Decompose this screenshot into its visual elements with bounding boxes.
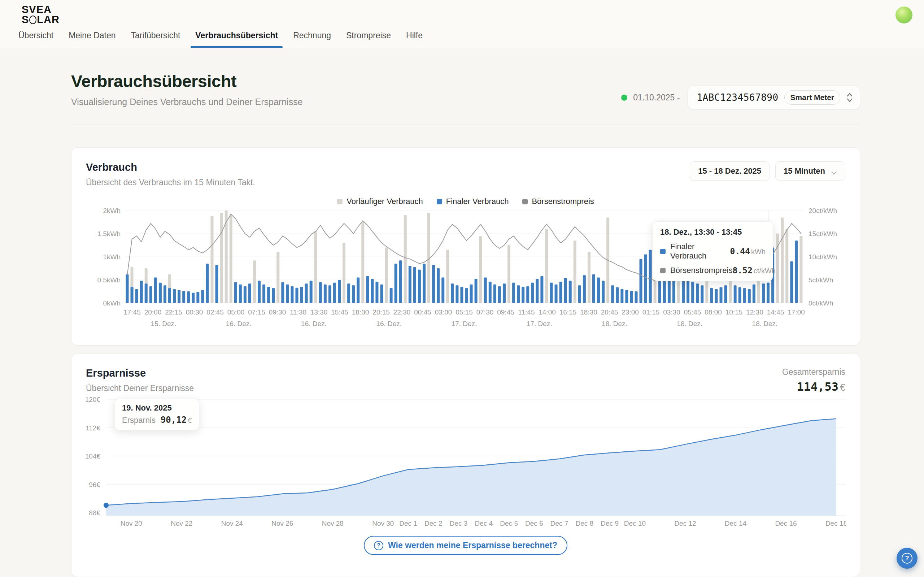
svg-text:08:00: 08:00 xyxy=(705,308,722,316)
svg-text:14:00: 14:00 xyxy=(538,308,556,316)
main-content: Verbrauchsübersicht Visualisierung Deine… xyxy=(0,48,924,577)
svg-text:16. Dez.: 16. Dez. xyxy=(301,320,327,327)
svg-text:05:45: 05:45 xyxy=(684,308,701,316)
svg-text:15ct/kWh: 15ct/kWh xyxy=(808,230,837,238)
svg-text:09:45: 09:45 xyxy=(497,308,514,316)
svg-text:22:30: 22:30 xyxy=(394,308,411,316)
svg-text:Dec 3: Dec 3 xyxy=(450,520,468,527)
page-subtitle: Visualisierung Deines Verbrauchs und Dei… xyxy=(71,97,303,107)
svg-text:Dec 10: Dec 10 xyxy=(624,520,646,527)
svg-text:02:45: 02:45 xyxy=(206,308,224,316)
legend-item-2: Finaler Verbrauch xyxy=(437,197,509,206)
svg-text:1kWh: 1kWh xyxy=(103,253,121,261)
svg-text:18:00: 18:00 xyxy=(352,308,369,316)
svg-text:14:45: 14:45 xyxy=(767,308,784,316)
header-divider xyxy=(71,124,860,125)
svg-text:05:00: 05:00 xyxy=(227,308,245,316)
svg-text:13:30: 13:30 xyxy=(310,308,328,316)
svg-text:Nov 26: Nov 26 xyxy=(272,520,293,527)
svg-text:Dec 14: Dec 14 xyxy=(725,520,747,527)
brand-logo[interactable]: SVEA SLAR xyxy=(22,4,59,25)
meter-select[interactable]: 1ABC1234567890 Smart Meter xyxy=(688,85,860,110)
svg-text:15:45: 15:45 xyxy=(331,308,348,316)
svg-text:Nov 24: Nov 24 xyxy=(221,520,243,527)
svg-text:17:00: 17:00 xyxy=(787,308,805,316)
chevron-updown-icon xyxy=(846,92,853,103)
svg-text:07:30: 07:30 xyxy=(476,308,494,316)
legend-item-1: Vorläufiger Verbrauch xyxy=(337,197,423,206)
svg-text:09:30: 09:30 xyxy=(269,308,286,316)
savings-tooltip: 19. Nov. 2025 Ersparnis90,12€ xyxy=(114,399,199,430)
svg-text:20:45: 20:45 xyxy=(601,308,618,316)
interval-dropdown[interactable]: 15 Minuten xyxy=(775,161,845,181)
nav-item-7[interactable]: Hilfe xyxy=(399,31,430,48)
nav-item-4[interactable]: Verbrauchsübersicht xyxy=(188,31,286,48)
svg-text:15. Dez.: 15. Dez. xyxy=(151,320,177,327)
svg-text:Nov 28: Nov 28 xyxy=(322,520,344,527)
consumption-card: Verbrauch Übersicht des Verbrauchs im 15… xyxy=(71,147,860,345)
avatar[interactable] xyxy=(895,6,913,24)
svg-text:18:30: 18:30 xyxy=(580,308,597,316)
date-range-picker[interactable]: 15 - 18 Dez. 2025 xyxy=(690,161,770,181)
svg-text:16. Dez.: 16. Dez. xyxy=(376,320,402,327)
svg-text:96€: 96€ xyxy=(89,481,100,488)
meter-type-badge: Smart Meter xyxy=(784,90,840,105)
consumption-chart[interactable]: 0kWh0ct/kWh0.5kWh5ct/kWh1kWh10ct/kWh1.5k… xyxy=(86,208,845,334)
legend-swatch-icon xyxy=(522,199,528,205)
svg-text:Dec 9: Dec 9 xyxy=(601,520,619,527)
svg-text:05:15: 05:15 xyxy=(455,308,473,316)
svg-text:Dec 18: Dec 18 xyxy=(826,520,846,527)
brand-line-2: SLAR xyxy=(22,15,59,24)
consumption-tooltip: 18. Dez., 13:30 - 13:45 Finaler Verbrauc… xyxy=(652,221,773,281)
tooltip-title: 18. Dez., 13:30 - 13:45 xyxy=(660,227,765,237)
page-header: Verbrauchsübersicht Visualisierung Deine… xyxy=(71,71,860,107)
consumption-subtitle: Übersicht des Verbrauchs im 15 Minuten T… xyxy=(86,178,255,187)
svg-text:Dec 8: Dec 8 xyxy=(576,520,594,527)
status-dot xyxy=(621,95,627,101)
svg-text:17. Dez.: 17. Dez. xyxy=(527,320,552,327)
svg-text:22:15: 22:15 xyxy=(165,308,182,316)
svg-text:88€: 88€ xyxy=(89,509,100,517)
svg-text:12:30: 12:30 xyxy=(746,308,763,316)
savings-chart[interactable]: 88€96€104€112€120€Nov 20Nov 22Nov 24Nov … xyxy=(86,396,845,531)
svg-text:07:15: 07:15 xyxy=(248,308,265,316)
consumption-legend: Vorläufiger VerbrauchFinaler VerbrauchBö… xyxy=(86,197,845,206)
meter-selector-row: 01.10.2025 - 1ABC1234567890 Smart Meter xyxy=(621,85,860,110)
svg-text:0kWh: 0kWh xyxy=(103,299,121,307)
svg-text:0ct/kWh: 0ct/kWh xyxy=(808,299,833,307)
nav-item-5[interactable]: Rechnung xyxy=(286,31,339,48)
main-nav: ÜbersichtMeine DatenTarifübersichtVerbra… xyxy=(11,31,430,48)
svg-text:Nov 22: Nov 22 xyxy=(171,520,192,527)
svg-text:Dec 5: Dec 5 xyxy=(500,520,518,527)
svg-text:104€: 104€ xyxy=(86,453,100,460)
legend-item-3: Börsenstrompreis xyxy=(522,197,594,206)
svg-text:20:15: 20:15 xyxy=(373,308,390,316)
svg-text:16. Dez.: 16. Dez. xyxy=(226,320,252,327)
svg-text:Dec 16: Dec 16 xyxy=(775,520,797,527)
savings-info-button[interactable]: ? Wie werden meine Ersparnisse berechnet… xyxy=(364,536,567,555)
nav-item-2[interactable]: Meine Daten xyxy=(61,31,123,48)
svg-text:18. Dez.: 18. Dez. xyxy=(752,320,778,327)
help-fab[interactable]: ? xyxy=(897,548,918,569)
total-savings: Gesamtersparnis 114,53€ xyxy=(782,367,845,393)
svg-text:00:45: 00:45 xyxy=(414,308,431,316)
nav-item-3[interactable]: Tarifübersicht xyxy=(124,31,188,48)
svg-text:16:15: 16:15 xyxy=(559,308,577,316)
contract-start-date: 01.10.2025 - xyxy=(633,93,680,103)
savings-subtitle: Übersicht Deiner Ersparnisse xyxy=(86,384,194,393)
savings-title: Ersparnisse xyxy=(86,367,194,379)
brand-line-1: SVEA xyxy=(22,4,59,15)
svg-text:Nov 30: Nov 30 xyxy=(372,520,394,527)
nav-item-1[interactable]: Übersicht xyxy=(11,31,61,48)
legend-swatch-gray xyxy=(660,268,665,273)
nav-item-6[interactable]: Strompreise xyxy=(339,31,399,48)
svg-text:20ct/kWh: 20ct/kWh xyxy=(808,208,837,214)
top-bar: SVEA SLAR ÜbersichtMeine DatenTarifübers… xyxy=(0,0,924,48)
svg-text:10ct/kWh: 10ct/kWh xyxy=(808,253,837,261)
svg-text:17. Dez.: 17. Dez. xyxy=(452,320,477,327)
total-savings-value: 114,53€ xyxy=(782,380,845,393)
legend-swatch-icon xyxy=(437,199,442,205)
svg-text:18. Dez.: 18. Dez. xyxy=(602,320,627,327)
meter-id: 1ABC1234567890 xyxy=(697,92,778,103)
svg-text:1.5kWh: 1.5kWh xyxy=(98,230,121,238)
